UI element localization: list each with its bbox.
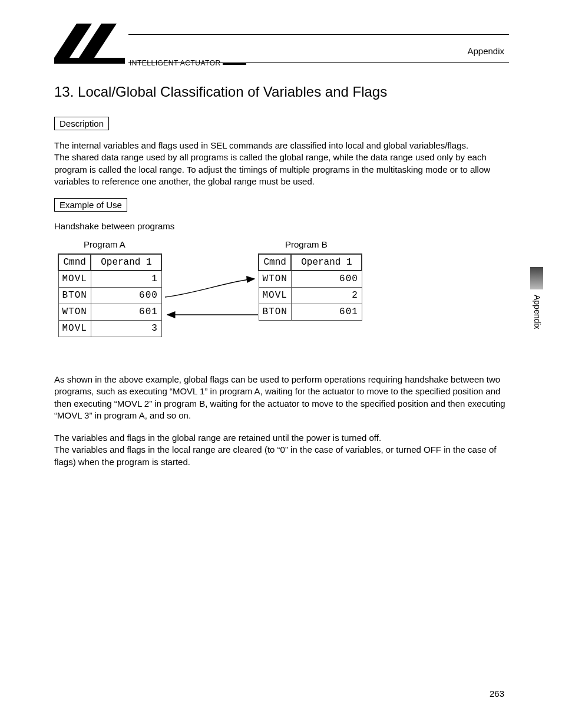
side-tab-label: Appendix	[533, 295, 542, 329]
handshake-text: Handshake between programs	[54, 221, 509, 231]
side-tab-icon	[530, 267, 543, 289]
svg-rect-2	[54, 58, 125, 64]
description-label: Description	[54, 117, 109, 130]
body-text: The internal variables and flags used in…	[54, 140, 509, 187]
header-appendix: Appendix	[467, 46, 504, 56]
page-title: 13. Local/Global Classification of Varia…	[54, 84, 509, 100]
handshake-arrows-icon	[54, 239, 384, 357]
brand-logo-icon	[54, 24, 125, 65]
brand-line-icon	[223, 63, 246, 65]
brand-text: INTELLIGENT ACTUATOR	[130, 59, 221, 67]
program-diagram: Program A Program B Cmnd Operand 1 MOVL1…	[54, 239, 509, 357]
body-text: As shown in the above example, global fl…	[54, 374, 509, 421]
body-text: The variables and flags in the global ra…	[54, 432, 509, 468]
page-number: 263	[490, 689, 504, 699]
header-rule	[128, 34, 509, 35]
example-label: Example of Use	[54, 198, 127, 212]
